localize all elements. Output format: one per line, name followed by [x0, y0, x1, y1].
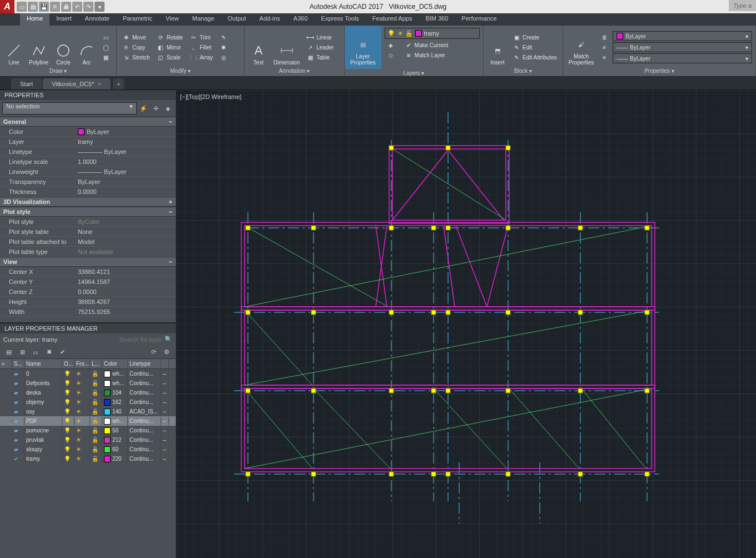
layer-properties-button[interactable]: ▤Layer Properties — [348, 28, 378, 67]
layer-state-icon[interactable]: ⚏ — [30, 346, 41, 357]
match-prop-button[interactable]: 🖌Match Properties — [566, 28, 596, 67]
tab-add-button[interactable]: + — [113, 78, 124, 89]
property-row[interactable]: ColorByLayer — [0, 127, 176, 137]
linear-button[interactable]: ⟷Linear — [304, 33, 336, 42]
rotate-button[interactable]: ⟳Rotate — [155, 33, 185, 42]
app-logo[interactable]: A — [0, 0, 14, 13]
prop-layers-icon[interactable]: ≣ — [598, 33, 610, 42]
layer-combo[interactable]: 💡 ☀ 🔓 tramy — [385, 28, 480, 39]
modify-extra2[interactable]: ✱ — [217, 43, 230, 52]
polyline-button[interactable]: Polyline — [27, 28, 51, 67]
ribbon-tab-addins[interactable]: Add-ins — [253, 13, 287, 26]
drawing-canvas[interactable]: [−][Top][2D Wireframe] — [176, 90, 756, 558]
draw-extra3[interactable]: ▦ — [100, 53, 112, 62]
ribbon-tab-performance[interactable]: Performance — [455, 13, 503, 26]
linetype-combo[interactable]: —— ByLayer▾ — [613, 53, 752, 63]
panel-annotation-title[interactable]: Annotation ▾ — [248, 67, 341, 74]
property-row[interactable]: Layertramy — [0, 137, 176, 147]
ribbon-tab-a360[interactable]: A360 — [287, 13, 315, 26]
qat-undo-icon[interactable]: ↶ — [72, 2, 82, 12]
modify-extra1[interactable]: ✎ — [217, 33, 230, 42]
ribbon-tab-insert[interactable]: Insert — [49, 13, 78, 26]
tab-start[interactable]: Start — [11, 78, 42, 89]
qat-print-icon[interactable]: 🖶 — [61, 2, 71, 12]
property-row[interactable]: Lineweight———— ByLayer — [0, 167, 176, 177]
color-combo[interactable]: ByLayer▾ — [613, 31, 752, 41]
modify-extra3[interactable]: ◎ — [217, 53, 230, 62]
section-plot[interactable]: Plot style− — [0, 207, 176, 217]
property-row[interactable]: Plot table attached toModel — [0, 237, 176, 247]
draw-extra1[interactable]: ▭ — [100, 33, 112, 42]
qat-save-icon[interactable]: 💾 — [39, 2, 49, 12]
panel-block-title[interactable]: Block ▾ — [487, 67, 559, 74]
tab-active-file[interactable]: Vitkovice_DC5*✕ — [43, 78, 111, 89]
refresh-icon[interactable]: ⟳ — [148, 346, 159, 357]
layer-tool2[interactable]: ◇ — [385, 51, 397, 59]
property-row[interactable]: Center Z0.0000 — [0, 287, 176, 297]
property-row[interactable]: Width75215.9265 — [0, 307, 176, 317]
dimension-button[interactable]: Dimension — [271, 28, 302, 67]
ribbon-tab-manage[interactable]: Manage — [186, 13, 221, 26]
help-search-input[interactable]: Type a — [729, 0, 756, 11]
viewport-label[interactable]: [−][Top][2D Wireframe] — [180, 93, 241, 100]
layer-row[interactable]: ▰ pomocne 💡 ☀ 🔓 50 Continu... – — [0, 426, 176, 435]
ribbon-tab-home[interactable]: Home — [20, 13, 49, 26]
layer-row[interactable]: ▰ osy 💡 ☀ 🔓 140 ACAD_IS... – — [0, 407, 176, 416]
edit-block-button[interactable]: ✎Edit — [510, 43, 559, 52]
ribbon-tab-annotate[interactable]: Annotate — [78, 13, 116, 26]
search-icon[interactable]: 🔍 — [165, 336, 172, 343]
panel-draw-title[interactable]: Draw ▾ — [3, 67, 113, 74]
qat-new-icon[interactable]: ▭ — [17, 2, 27, 12]
property-row[interactable]: Center Y14964.1587 — [0, 277, 176, 287]
match-layer-button[interactable]: ≋Match Layer — [402, 51, 451, 59]
properties-panel-header[interactable]: PROPERTIES — [0, 90, 176, 100]
qat-redo-icon[interactable]: ↷ — [83, 2, 93, 12]
layer-tool1[interactable]: ◈ — [385, 41, 397, 49]
layer-search-input[interactable] — [96, 336, 162, 343]
property-row[interactable]: Center X33880.4121 — [0, 267, 176, 277]
ribbon-tab-express[interactable]: Express Tools — [315, 13, 366, 26]
qat-open-icon[interactable]: ▤ — [28, 2, 38, 12]
copy-button[interactable]: ⎘Copy — [120, 43, 152, 52]
section-general[interactable]: General− — [0, 117, 176, 127]
property-row[interactable]: Thickness0.0000 — [0, 187, 176, 197]
edit-attributes-button[interactable]: ✎Edit Attributes — [510, 53, 559, 62]
property-row[interactable]: TransparencyByLayer — [0, 177, 176, 187]
layer-row[interactable]: ▰ deska 💡 ☀ 🔓 104 Continu... – — [0, 388, 176, 397]
layer-row[interactable]: ▰ PDF 💡 ☀ 🔓 wh... Continu... – — [0, 416, 176, 426]
quickselect-icon[interactable]: ⚡ — [138, 103, 149, 114]
scale-button[interactable]: ◱Scale — [155, 53, 185, 62]
table-button[interactable]: ▦Table — [304, 53, 336, 62]
lineweight-combo[interactable]: —— ByLayer▾ — [613, 42, 752, 52]
qat-saveas-icon[interactable]: ⎘ — [50, 2, 60, 12]
array-button[interactable]: ⋮⋮Array — [187, 53, 215, 62]
arc-button[interactable]: Arc — [76, 28, 97, 67]
layer-row[interactable]: ✔ tramy 💡 ☀ 🔓 220 Continu... – — [0, 454, 176, 464]
layer-row[interactable]: ▰ Defpoints 💡 ☀ 🔓 wh... Continu... – — [0, 378, 176, 388]
stretch-button[interactable]: ⇲Stretch — [120, 53, 152, 62]
layer-new-icon[interactable]: ▤ — [3, 346, 14, 357]
text-button[interactable]: AText — [248, 28, 269, 67]
ribbon-tab-view[interactable]: View — [159, 13, 186, 26]
property-row[interactable]: Plot style tableNone — [0, 227, 176, 237]
layer-row[interactable]: ▰ objemy 💡 ☀ 🔓 162 Continu... – — [0, 397, 176, 407]
prop-layers-icon2[interactable]: ≡ — [598, 43, 610, 52]
make-current-button[interactable]: ✔Make Current — [402, 41, 451, 49]
property-row[interactable]: Linetype———— ByLayer — [0, 147, 176, 157]
move-button[interactable]: ✥Move — [120, 33, 152, 42]
layer-row[interactable]: ▰ 0 💡 ☀ 🔓 wh... Continu... – — [0, 369, 176, 378]
settings-icon[interactable]: ⚙ — [161, 346, 172, 357]
circle-button[interactable]: Circle — [53, 28, 74, 67]
create-block-button[interactable]: ▣Create — [510, 33, 559, 42]
layer-row[interactable]: ▰ pruvlak 💡 ☀ 🔓 212 Continu... – — [0, 435, 176, 445]
ribbon-tab-output[interactable]: Output — [221, 13, 253, 26]
ribbon-tab-parametric[interactable]: Parametric — [116, 13, 159, 26]
property-row[interactable]: Height38808.4267 — [0, 297, 176, 307]
insert-button[interactable]: ⬒Insert — [487, 28, 508, 67]
layer-current-icon[interactable]: ✔ — [57, 346, 68, 357]
panel-properties-title[interactable]: Properties ▾ — [566, 67, 752, 74]
ribbon-tab-featured[interactable]: Featured Apps — [366, 13, 419, 26]
qat-more-icon[interactable]: ▾ — [94, 2, 105, 12]
ribbon-tab-bim360[interactable]: BIM 360 — [419, 13, 455, 26]
fillet-button[interactable]: ◟Fillet — [187, 43, 215, 52]
